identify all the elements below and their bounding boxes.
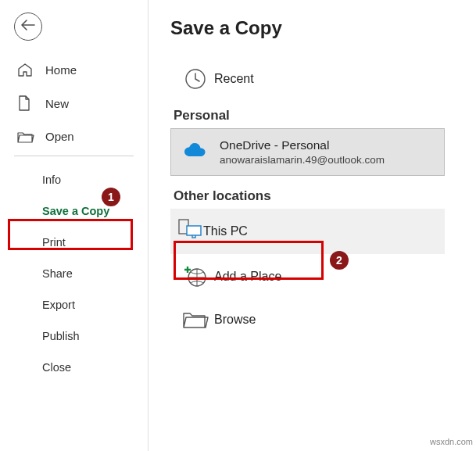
- callout-badge-1: 1: [102, 188, 120, 206]
- back-button[interactable]: [14, 13, 42, 41]
- onedrive-title: OneDrive - Personal: [220, 138, 385, 152]
- sidebar-item-publish[interactable]: Publish: [0, 320, 148, 352]
- divider: [14, 156, 134, 156]
- page-title: Save a Copy: [170, 17, 476, 39]
- nav-label: Close: [42, 361, 71, 374]
- onedrive-email: anowaraislamarin.49@outlook.com: [220, 154, 385, 166]
- callout-highlight-1: [8, 219, 133, 250]
- location-recent[interactable]: Recent: [170, 56, 445, 102]
- sidebar-item-new[interactable]: New: [0, 86, 148, 120]
- sidebar-item-info[interactable]: Info: [0, 164, 148, 195]
- location-label: Browse: [214, 313, 256, 327]
- nav-label: Export: [42, 299, 75, 311]
- nav-label: Open: [45, 130, 74, 143]
- location-browse[interactable]: Browse: [170, 299, 445, 340]
- main-panel: Save a Copy Recent Personal OneDrive - P…: [149, 0, 476, 451]
- section-other: Other locations: [174, 188, 476, 204]
- home-icon: [17, 63, 36, 77]
- location-onedrive[interactable]: OneDrive - Personal anowaraislamarin.49@…: [170, 128, 445, 176]
- nav-label: Share: [42, 267, 73, 280]
- nav-label: Home: [45, 63, 77, 77]
- recent-icon: [177, 67, 214, 91]
- sidebar-item-open[interactable]: Open: [0, 120, 148, 152]
- nav-label: Info: [42, 174, 61, 186]
- section-personal: Personal: [174, 108, 476, 123]
- onedrive-icon: [182, 142, 209, 163]
- sidebar-item-share[interactable]: Share: [0, 258, 148, 289]
- subnav: Info Save a Copy Print Share Export Publ…: [0, 159, 148, 383]
- sidebar-item-close[interactable]: Close: [0, 352, 148, 383]
- new-file-icon: [17, 95, 36, 111]
- callout-highlight-2: [174, 241, 324, 280]
- onedrive-text: OneDrive - Personal anowaraislamarin.49@…: [220, 138, 385, 166]
- callout-badge-2: 2: [330, 251, 349, 270]
- open-folder-icon: [17, 131, 36, 143]
- nav-label: Save a Copy: [42, 205, 109, 217]
- browse-folder-icon: [177, 310, 214, 329]
- svg-rect-2: [187, 226, 201, 235]
- back-arrow-icon: [21, 20, 35, 34]
- nav-label: New: [45, 97, 69, 110]
- location-label: Recent: [214, 72, 254, 86]
- sidebar-item-export[interactable]: Export: [0, 289, 148, 320]
- sidebar-item-home[interactable]: Home: [0, 53, 148, 86]
- nav-label: Publish: [42, 330, 80, 342]
- watermark: wsxdn.com: [430, 437, 473, 446]
- location-label: This PC: [203, 224, 248, 238]
